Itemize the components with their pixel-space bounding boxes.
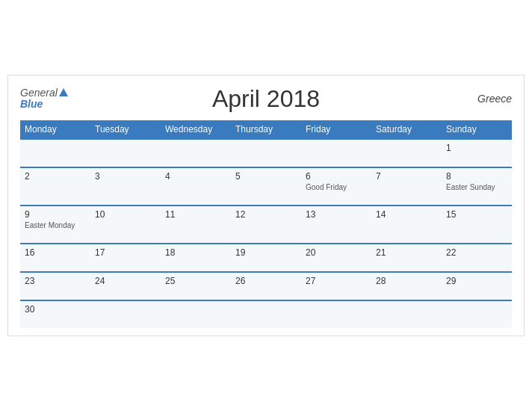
header-wednesday: Wednesday xyxy=(161,120,231,139)
day-cell: 18 xyxy=(161,244,231,272)
header-friday: Friday xyxy=(301,120,371,139)
day-cell xyxy=(301,139,371,167)
calendar-container: General Blue April 2018 Greece Monday Tu… xyxy=(7,75,525,337)
week-row-1: 1 xyxy=(20,139,512,167)
day-number: 9 xyxy=(25,209,86,220)
day-cell: 5 xyxy=(231,167,301,206)
day-number: 13 xyxy=(306,209,367,220)
day-number: 6 xyxy=(306,171,367,182)
day-cell: 12 xyxy=(231,206,301,244)
day-cell: 27 xyxy=(301,272,371,300)
day-number: 30 xyxy=(25,304,86,315)
day-cell xyxy=(161,139,231,167)
day-number: 7 xyxy=(376,171,437,182)
country-label: Greece xyxy=(477,93,512,105)
header-saturday: Saturday xyxy=(371,120,442,139)
day-event: Good Friday xyxy=(306,183,367,191)
day-cell xyxy=(231,139,301,167)
day-number: 22 xyxy=(446,247,507,258)
day-number: 12 xyxy=(235,209,297,220)
day-cell: 20 xyxy=(301,244,371,272)
day-number: 1 xyxy=(446,143,507,153)
day-cell: 25 xyxy=(161,272,231,300)
logo-triangle-icon xyxy=(59,88,68,96)
day-cell xyxy=(301,300,371,328)
logo-blue-text: Blue xyxy=(20,99,43,110)
day-number: 27 xyxy=(306,276,367,286)
day-number: 14 xyxy=(376,209,437,220)
day-number: 19 xyxy=(235,247,297,258)
day-cell: 13 xyxy=(301,206,371,244)
week-row-5: 23242526272829 xyxy=(20,272,512,300)
header-thursday: Thursday xyxy=(231,120,301,139)
day-number: 2 xyxy=(25,171,86,182)
day-cell xyxy=(20,139,90,167)
day-event: Easter Monday xyxy=(25,221,86,229)
day-event: Easter Sunday xyxy=(446,183,507,191)
weekday-header-row: Monday Tuesday Wednesday Thursday Friday… xyxy=(20,120,512,139)
day-cell: 26 xyxy=(231,272,301,300)
day-number: 16 xyxy=(25,247,86,258)
week-row-2: 23456Good Friday78Easter Sunday xyxy=(20,167,512,206)
day-cell xyxy=(371,139,442,167)
day-cell xyxy=(371,300,442,328)
day-cell: 24 xyxy=(90,272,161,300)
day-cell: 15 xyxy=(442,206,512,244)
header-tuesday: Tuesday xyxy=(90,120,161,139)
day-cell: 14 xyxy=(371,206,442,244)
day-cell: 11 xyxy=(161,206,231,244)
day-number: 4 xyxy=(165,171,226,182)
day-number: 21 xyxy=(376,247,437,258)
day-cell xyxy=(90,139,161,167)
day-cell: 7 xyxy=(371,167,442,206)
day-number: 26 xyxy=(235,276,297,286)
day-cell: 23 xyxy=(20,272,90,300)
header-sunday: Sunday xyxy=(442,120,512,139)
calendar-title: April 2018 xyxy=(212,85,320,113)
day-cell: 10 xyxy=(90,206,161,244)
week-row-6: 30 xyxy=(20,300,512,328)
day-number: 28 xyxy=(376,276,437,286)
day-cell: 8Easter Sunday xyxy=(442,167,512,206)
week-row-4: 16171819202122 xyxy=(20,244,512,272)
day-number: 5 xyxy=(235,171,297,182)
day-cell: 21 xyxy=(371,244,442,272)
day-cell: 29 xyxy=(442,272,512,300)
day-cell: 2 xyxy=(20,167,90,206)
day-number: 10 xyxy=(95,209,156,220)
day-cell: 3 xyxy=(90,167,161,206)
day-cell: 1 xyxy=(442,139,512,167)
day-cell: 28 xyxy=(371,272,442,300)
week-row-3: 9Easter Monday101112131415 xyxy=(20,206,512,244)
day-number: 11 xyxy=(165,209,226,220)
day-cell: 17 xyxy=(90,244,161,272)
day-cell xyxy=(231,300,301,328)
day-number: 18 xyxy=(165,247,226,258)
logo-general-text: General xyxy=(20,87,58,99)
day-cell: 16 xyxy=(20,244,90,272)
day-cell: 30 xyxy=(20,300,90,328)
day-cell: 4 xyxy=(161,167,231,206)
day-number: 25 xyxy=(165,276,226,286)
day-number: 15 xyxy=(446,209,507,220)
day-cell: 6Good Friday xyxy=(301,167,371,206)
day-cell: 22 xyxy=(442,244,512,272)
day-number: 20 xyxy=(306,247,367,258)
day-cell: 9Easter Monday xyxy=(20,206,90,244)
day-number: 8 xyxy=(446,171,507,182)
day-number: 3 xyxy=(95,171,156,182)
day-cell xyxy=(442,300,512,328)
day-number: 24 xyxy=(95,276,156,286)
calendar-header: General Blue April 2018 Greece xyxy=(20,87,512,111)
day-number: 17 xyxy=(95,247,156,258)
logo: General Blue xyxy=(20,87,69,111)
day-cell xyxy=(90,300,161,328)
header-monday: Monday xyxy=(20,120,90,139)
day-cell: 19 xyxy=(231,244,301,272)
day-number: 29 xyxy=(446,276,507,286)
calendar-grid: Monday Tuesday Wednesday Thursday Friday… xyxy=(20,120,512,328)
day-cell xyxy=(161,300,231,328)
day-number: 23 xyxy=(25,276,86,286)
